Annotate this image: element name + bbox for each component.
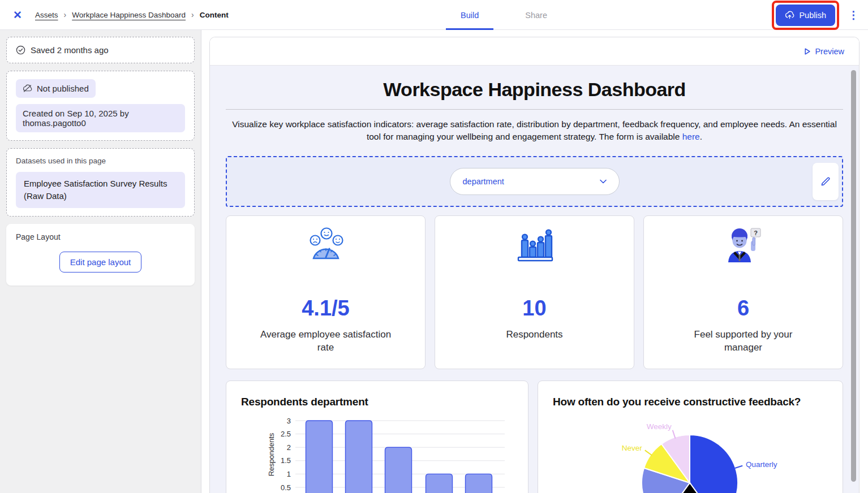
respondents-department-bar-chart: 32.521.510.5Respondents xyxy=(241,415,513,493)
svg-text:Weekly: Weekly xyxy=(647,422,672,431)
bar-chart-title: Respondents department xyxy=(241,396,513,408)
pie-chart-card[interactable]: How often do you receive constructive fe… xyxy=(538,380,843,493)
stat-card-satisfaction[interactable]: 4.1/5 Average employee satisfaction rate xyxy=(226,215,426,369)
created-info: Created on Sep 10, 2025 by thomas.pagott… xyxy=(16,104,185,132)
pie-chart-title: How often do you receive constructive fe… xyxy=(553,396,828,408)
save-status-card: Saved 2 months ago xyxy=(6,37,195,63)
page-layout-card: Page Layout Edit page layout xyxy=(6,224,195,286)
feedback-frequency-pie-chart: QuarterlyNeverWeekly xyxy=(553,415,828,493)
svg-text:Respondents: Respondents xyxy=(267,433,276,477)
main-area: Preview Workspace Happiness Dashboard Vi… xyxy=(201,30,868,493)
publish-button[interactable]: Publish xyxy=(776,5,835,26)
chevron-right-icon: › xyxy=(191,10,194,19)
form-link[interactable]: here xyxy=(682,132,700,141)
preview-toolbar: Preview xyxy=(210,37,859,66)
close-icon[interactable]: ✕ xyxy=(8,8,27,21)
svg-text:1.5: 1.5 xyxy=(281,457,291,465)
tab-build[interactable]: Build xyxy=(446,0,493,30)
stat-value: 4.1/5 xyxy=(302,296,350,321)
dashboard-canvas: Workspace Happiness Dashboard Visualize … xyxy=(210,66,859,493)
svg-text:2.5: 2.5 xyxy=(281,430,291,438)
page-layout-title: Page Layout xyxy=(16,232,185,241)
breadcrumb-content: Content xyxy=(200,11,229,19)
tab-share[interactable]: Share xyxy=(510,0,562,30)
cloud-slash-icon xyxy=(23,84,32,93)
stat-label: Feel supported by your manager xyxy=(676,328,811,354)
left-sidebar: Saved 2 months ago Not published Created… xyxy=(0,30,201,493)
cloud-upload-icon xyxy=(785,11,794,19)
check-circle-icon xyxy=(16,45,25,55)
bar-chart-card[interactable]: Respondents department 32.521.510.5Respo… xyxy=(226,380,528,493)
top-bar: ✕ Assets › Workplace Happiness Dashboard… xyxy=(0,0,868,30)
publish-highlight-annotation: Publish xyxy=(772,1,839,30)
saved-status-text: Saved 2 months ago xyxy=(31,45,109,55)
play-icon xyxy=(805,48,810,55)
department-filter-dropdown[interactable]: department xyxy=(450,168,620,195)
chevron-right-icon: › xyxy=(64,10,67,19)
svg-text:1: 1 xyxy=(287,470,291,478)
stat-label: Respondents xyxy=(506,328,562,341)
canvas-scrollbar[interactable] xyxy=(851,69,856,493)
svg-text:Quarterly: Quarterly xyxy=(746,460,777,469)
stat-value: 6 xyxy=(737,296,749,321)
svg-text:3: 3 xyxy=(287,417,291,425)
stat-label: Average employee satisfaction rate xyxy=(258,328,394,354)
title-divider xyxy=(226,109,843,110)
more-options-icon[interactable]: ⋮ xyxy=(845,8,862,21)
satisfaction-gauge-icon xyxy=(306,227,346,267)
pencil-icon xyxy=(820,176,831,187)
filter-block: department xyxy=(226,156,843,207)
view-tabs: Build Share xyxy=(446,0,562,30)
breadcrumb-assets[interactable]: Assets xyxy=(35,11,58,19)
charts-row: Respondents department 32.521.510.5Respo… xyxy=(226,380,843,493)
stat-value: 10 xyxy=(522,296,546,321)
svg-text:Never: Never xyxy=(622,444,643,452)
datasets-title: Datasets used in this page xyxy=(16,157,185,165)
publish-status-card: Not published Created on Sep 10, 2025 by… xyxy=(6,71,195,141)
stats-row: 4.1/5 Average employee satisfaction rate xyxy=(226,215,843,369)
stat-card-manager-support[interactable]: ? xyxy=(643,215,843,369)
svg-text:2: 2 xyxy=(287,443,291,452)
page-title: Workspace Happiness Dashboard xyxy=(226,79,843,101)
edit-page-layout-button[interactable]: Edit page layout xyxy=(59,252,142,273)
datasets-card: Datasets used in this page Employee Sati… xyxy=(6,148,195,217)
respondents-bars-icon xyxy=(516,227,553,267)
breadcrumb: Assets › Workplace Happiness Dashboard ›… xyxy=(35,10,229,19)
builder-panel: Preview Workspace Happiness Dashboard Vi… xyxy=(209,37,860,493)
preview-button[interactable]: Preview xyxy=(805,47,844,56)
svg-text:?: ? xyxy=(754,230,758,236)
scrollbar-thumb[interactable] xyxy=(851,70,856,482)
stat-card-respondents[interactable]: 10 Respondents xyxy=(435,215,634,369)
svg-text:0.5: 0.5 xyxy=(281,483,291,492)
not-published-badge: Not published xyxy=(16,79,96,98)
chevron-down-icon xyxy=(600,179,607,184)
manager-support-icon: ? xyxy=(724,227,763,267)
dropdown-value: department xyxy=(463,177,504,186)
page-description: Visualize key workplace satisfaction ind… xyxy=(229,118,840,142)
edit-filter-button[interactable] xyxy=(813,163,839,200)
dataset-item[interactable]: Employee Satisfaction Survey Results (Ra… xyxy=(16,172,185,208)
breadcrumb-dashboard[interactable]: Workplace Happiness Dashboard xyxy=(72,11,186,19)
